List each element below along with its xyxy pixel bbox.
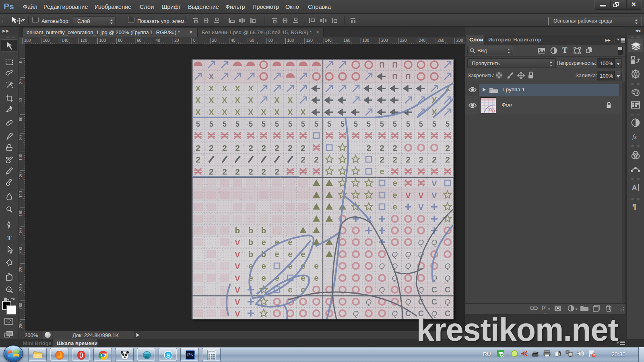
svg-text:120: 120 — [19, 172, 23, 179]
svg-text:220: 220 — [19, 265, 23, 272]
svg-text:0: 0 — [193, 38, 196, 43]
svg-text:80: 80 — [118, 38, 123, 43]
svg-text:200: 200 — [19, 247, 23, 254]
svg-text:260: 260 — [19, 302, 23, 309]
svg-text:180: 180 — [24, 38, 31, 43]
svg-text:40: 40 — [19, 98, 23, 103]
svg-text:80: 80 — [19, 135, 23, 140]
svg-text:40: 40 — [156, 38, 161, 43]
svg-text:A: A — [632, 184, 637, 191]
svg-text:S: S — [166, 352, 170, 359]
svg-text:120: 120 — [306, 38, 313, 43]
svg-text:220: 220 — [400, 38, 407, 43]
svg-text:80: 80 — [268, 38, 273, 43]
svg-text:120: 120 — [80, 38, 87, 43]
svg-text:180: 180 — [362, 38, 369, 43]
svg-text:140: 140 — [19, 191, 23, 198]
svg-text:100: 100 — [99, 38, 106, 43]
svg-text:40: 40 — [231, 38, 235, 43]
svg-text:280: 280 — [456, 38, 463, 43]
svg-text:0: 0 — [19, 61, 23, 63]
svg-text:240: 240 — [419, 38, 425, 43]
svg-text:140: 140 — [325, 38, 332, 43]
svg-text:160: 160 — [344, 38, 351, 43]
svg-text:20: 20 — [19, 79, 23, 84]
svg-text:60: 60 — [250, 38, 254, 43]
svg-text:280: 280 — [19, 321, 23, 328]
svg-text:160: 160 — [43, 38, 50, 43]
svg-text:60: 60 — [19, 116, 23, 121]
svg-text:180: 180 — [19, 228, 23, 235]
svg-text:140: 140 — [62, 38, 68, 43]
svg-text:20: 20 — [212, 38, 217, 43]
svg-text:160: 160 — [19, 210, 23, 216]
svg-text:100: 100 — [287, 38, 294, 43]
svg-text:60: 60 — [137, 38, 142, 43]
svg-text:T: T — [7, 234, 12, 242]
svg-text:100: 100 — [19, 154, 23, 160]
svg-text:20: 20 — [174, 38, 179, 43]
svg-text:240: 240 — [19, 284, 23, 291]
svg-text:260: 260 — [438, 38, 444, 43]
svg-text:fx: fx — [632, 134, 637, 140]
svg-text:200: 200 — [381, 38, 388, 43]
